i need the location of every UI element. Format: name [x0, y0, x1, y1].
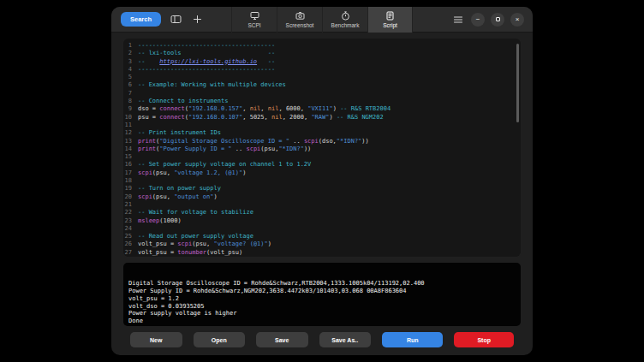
close-button[interactable]: ×	[510, 13, 524, 27]
code-line: 19-- Turn on power supply	[123, 185, 521, 193]
code-line: 25-- Read out power supply voltage	[123, 233, 521, 240]
code-line: 11	[123, 122, 521, 129]
titlebar-right-controls: − ×	[451, 13, 533, 27]
save-button[interactable]: Save	[256, 332, 308, 347]
console-line: volt_dso = 0.03935205	[128, 303, 516, 311]
tab-screenshot[interactable]: Screenshot	[277, 7, 322, 33]
code-line: 15	[123, 153, 521, 161]
minimize-button[interactable]: −	[471, 13, 485, 27]
new-button[interactable]: New	[130, 332, 182, 347]
code-line: 4--------------------------------------	[123, 66, 521, 74]
line-number: 16	[123, 161, 138, 169]
titlebar-left-controls: Search	[111, 12, 204, 27]
titlebar: Search SCPI Screenshot Benchmark	[111, 7, 533, 33]
line-number: 1	[123, 42, 138, 50]
script-icon	[385, 11, 395, 21]
code-line: 1--------------------------------------	[123, 42, 521, 50]
maximize-icon	[496, 17, 500, 21]
line-number: 20	[123, 193, 138, 201]
line-number: 24	[123, 225, 138, 233]
code-line: 24	[123, 225, 521, 233]
run-button[interactable]: Run	[382, 332, 443, 347]
line-number: 14	[123, 145, 138, 153]
code-line: 16-- Set power supply voltage on channel…	[123, 161, 521, 169]
line-number: 21	[123, 201, 138, 209]
tab-benchmark[interactable]: Benchmark	[322, 7, 367, 33]
code-text: volt_psu = scpi(psu, "voltage? (@1)")	[138, 240, 271, 248]
code-text: psu = connect("192.168.0.107", 5025, nil…	[138, 114, 384, 122]
code-line: 8-- Connect to instruments	[123, 98, 521, 105]
code-line: 3-- https://lxi-tools.github.io --	[123, 58, 521, 66]
script-editor[interactable]: 1--------------------------------------2…	[123, 39, 521, 257]
code-text: scpi(psu, "voltage 1.2, (@1)")	[138, 169, 246, 177]
code-line: 23msleep(1000)	[123, 217, 521, 225]
code-line: 12-- Print instrument IDs	[123, 129, 521, 137]
line-number: 15	[123, 153, 138, 161]
line-number: 13	[123, 138, 138, 145]
editor-scrollbar[interactable]	[516, 44, 519, 122]
tab-scpi[interactable]: SCPI	[231, 7, 277, 33]
code-text: -- Wait for voltage to stabilize	[138, 209, 253, 217]
stop-button[interactable]: Stop	[454, 332, 514, 347]
maximize-button[interactable]	[491, 13, 504, 27]
line-number: 5	[123, 74, 138, 81]
code-text: -- Turn on power supply	[138, 185, 221, 193]
code-text: scpi(psu, "output on")	[138, 193, 218, 201]
line-number: 27	[123, 249, 138, 257]
camera-icon	[295, 11, 305, 21]
code-line: 18	[123, 177, 521, 185]
plus-icon	[193, 15, 202, 24]
open-button[interactable]: Open	[194, 332, 246, 347]
display-icon	[250, 11, 259, 21]
code-line: 22-- Wait for voltage to stabilize	[123, 209, 521, 217]
code-text: -- Read out power supply voltage	[138, 233, 253, 240]
line-number: 22	[123, 209, 138, 217]
line-number: 4	[123, 66, 138, 74]
action-toolbar: New Open Save Save As.. Run Stop	[123, 332, 521, 347]
line-number: 25	[123, 233, 138, 240]
line-number: 7	[123, 90, 138, 98]
tab-label: Script	[383, 22, 397, 28]
save-as-button[interactable]: Save As..	[319, 332, 372, 347]
sidebar-toggle-button[interactable]	[169, 13, 182, 27]
line-number: 9	[123, 105, 138, 113]
console-line: Power Supply ID = Rohde&Schwarz,NGM202,3…	[128, 288, 516, 295]
search-button[interactable]: Search	[121, 12, 161, 27]
output-console: Digital Storage Oscilloscope ID = Rohde&…	[123, 263, 521, 326]
menu-button[interactable]	[451, 13, 465, 27]
line-number: 18	[123, 177, 138, 185]
line-number: 6	[123, 81, 138, 89]
lxi-tools-window: Search SCPI Screenshot Benchmark	[111, 7, 533, 355]
code-line: 26volt_psu = scpi(psu, "voltage? (@1)")	[123, 240, 521, 248]
line-number: 23	[123, 217, 138, 225]
tab-script[interactable]: Script	[367, 7, 413, 33]
code-text: -- Print instrument IDs	[138, 129, 221, 137]
tab-label: Benchmark	[331, 22, 360, 28]
code-text: -- Connect to instruments	[138, 98, 228, 105]
stopwatch-icon	[341, 11, 350, 21]
code-line: 9dso = connect("192.168.0.157", nil, nil…	[123, 105, 521, 113]
code-line: 21	[123, 201, 521, 209]
hamburger-icon	[453, 15, 463, 24]
code-text: -- Example: Working with multiple device…	[138, 81, 286, 89]
code-line: 10psu = connect("192.168.0.107", 5025, n…	[123, 114, 521, 122]
line-number: 26	[123, 240, 138, 248]
console-line: Done	[128, 317, 516, 325]
code-line: 6-- Example: Working with multiple devic…	[123, 81, 521, 89]
tab-bar: SCPI Screenshot Benchmark Script	[231, 7, 413, 33]
code-line: 27volt_psu = tonumber(volt_psu)	[123, 249, 521, 257]
line-number: 8	[123, 98, 138, 105]
code-line: 5	[123, 74, 521, 81]
new-tab-button[interactable]	[190, 13, 204, 27]
code-text: print("Power Supply ID = " .. scpi(psu,"…	[138, 145, 311, 153]
code-text: volt_psu = tonumber(volt_psu)	[138, 249, 242, 257]
line-number: 19	[123, 185, 138, 193]
code-text: dso = connect("192.168.0.157", nil, nil,…	[138, 105, 391, 113]
line-number: 2	[123, 50, 138, 57]
tab-label: Screenshot	[286, 22, 314, 28]
code-text: --------------------------------------	[138, 66, 275, 74]
code-text: -- Set power supply voltage on channel 1…	[138, 161, 311, 169]
code-line: 14print("Power Supply ID = " .. scpi(psu…	[123, 145, 521, 153]
code-line: 7	[123, 90, 521, 98]
line-number: 17	[123, 169, 138, 177]
